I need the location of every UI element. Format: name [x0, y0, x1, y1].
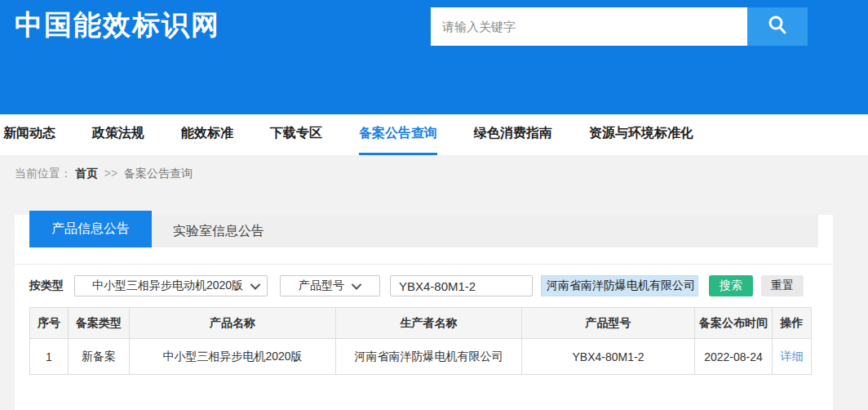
- col-model: 产品型号: [522, 308, 695, 339]
- cell-model: YBX4-80M1-2: [522, 339, 695, 375]
- reset-button[interactable]: 重置: [761, 275, 804, 296]
- breadcrumb-current: 备案公告查询: [124, 167, 193, 180]
- cell-publish-date: 2022-08-24: [695, 339, 773, 375]
- site-header: 中国能效标识网: [0, 0, 868, 114]
- producer-input[interactable]: 河南省南洋防爆电机有限公司: [541, 275, 698, 296]
- cell-producer: 河南省南洋防爆电机有限公司: [336, 339, 522, 375]
- nav-item-record-query[interactable]: 备案公告查询: [359, 114, 437, 155]
- breadcrumb: 当前位置： 首页 >> 备案公告查询: [0, 155, 868, 196]
- col-seq: 序号: [30, 308, 69, 339]
- col-product-name: 产品名称: [130, 308, 336, 339]
- content-card: 产品信息公告 实验室信息公告 按类型 中小型三相异步电动机2020版 产品型号: [15, 215, 833, 410]
- col-publish-date: 备案公布时间: [695, 308, 773, 339]
- nav-item-resources-env[interactable]: 资源与环境标准化: [589, 114, 693, 155]
- search-submit-button[interactable]: 搜索: [709, 275, 753, 296]
- producer-input-value: 河南省南洋防爆电机有限公司: [547, 279, 695, 293]
- header-search-box: [431, 7, 808, 46]
- tab-product-info[interactable]: 产品信息公告: [29, 211, 152, 247]
- tab-lab-info[interactable]: 实验室信息公告: [152, 215, 286, 247]
- cell-seq: 1: [30, 339, 69, 375]
- type-select[interactable]: 中小型三相异步电动机2020版: [74, 275, 268, 296]
- chevron-down-icon: [250, 279, 260, 292]
- results-table: 序号 备案类型 产品名称 生产者名称 产品型号 备案公布时间 操作 1 新备案 …: [29, 307, 812, 375]
- tab-divider: [15, 264, 833, 265]
- detail-link[interactable]: 详细: [781, 350, 804, 363]
- model-input[interactable]: [390, 275, 533, 296]
- site-logo-title: 中国能效标识网: [15, 7, 220, 44]
- nav-item-downloads[interactable]: 下载专区: [270, 114, 322, 155]
- table-header-row: 序号 备案类型 产品名称 生产者名称 产品型号 备案公布时间 操作: [30, 308, 812, 339]
- nav-item-policy[interactable]: 政策法规: [92, 114, 144, 155]
- main-nav: 新闻动态 政策法规 能效标准 下载专区 备案公告查询 绿色消费指南 资源与环境标…: [0, 114, 868, 155]
- nav-item-news[interactable]: 新闻动态: [3, 114, 55, 155]
- search-input[interactable]: [431, 7, 747, 46]
- col-record-type: 备案类型: [69, 308, 130, 339]
- field-select[interactable]: 产品型号: [280, 275, 380, 296]
- breadcrumb-home-link[interactable]: 首页: [75, 167, 98, 180]
- breadcrumb-separator: >>: [104, 167, 117, 180]
- nav-item-standards[interactable]: 能效标准: [181, 114, 233, 155]
- table-row: 1 新备案 中小型三相异步电机2020版 河南省南洋防爆电机有限公司 YBX4-…: [30, 339, 812, 375]
- header-search-button[interactable]: [747, 7, 808, 46]
- breadcrumb-prefix: 当前位置：: [15, 167, 72, 180]
- tab-strip: 产品信息公告 实验室信息公告: [29, 215, 818, 247]
- field-select-value: 产品型号: [299, 279, 344, 293]
- filter-bar: 按类型 中小型三相异步电动机2020版 产品型号 河南省南洋防爆电机有限公司 搜…: [29, 275, 818, 296]
- col-action: 操作: [773, 308, 812, 339]
- nav-item-green-guide[interactable]: 绿色消费指南: [474, 114, 552, 155]
- type-select-value: 中小型三相异步电动机2020版: [85, 279, 250, 293]
- chevron-down-icon: [352, 279, 361, 292]
- cell-product-name: 中小型三相异步电机2020版: [130, 339, 336, 375]
- filter-type-label: 按类型: [29, 279, 64, 293]
- search-icon: [766, 14, 789, 39]
- cell-record-type: 新备案: [69, 339, 130, 375]
- col-producer: 生产者名称: [336, 308, 522, 339]
